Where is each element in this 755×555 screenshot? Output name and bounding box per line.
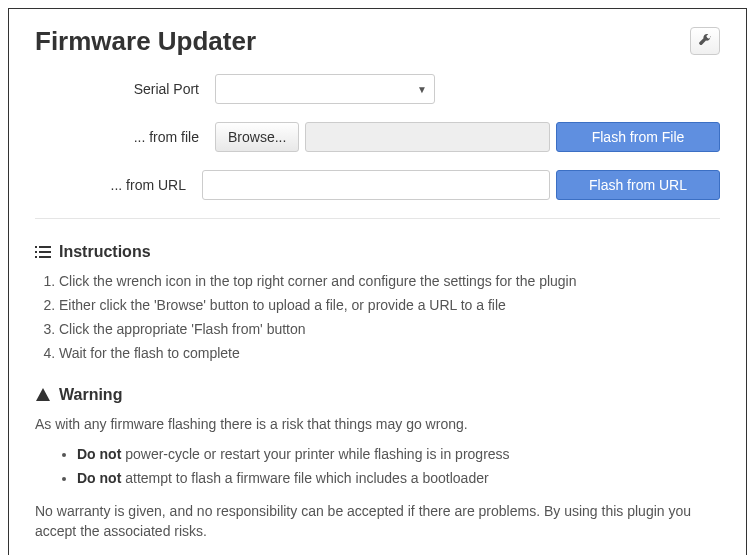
serial-port-row: Serial Port ▼ (35, 74, 720, 104)
warning-bold: Do not (77, 446, 121, 462)
svg-rect-4 (35, 256, 37, 258)
firmware-updater-panel: Firmware Updater Serial Port ▼ ... from … (8, 8, 747, 555)
instruction-item: Wait for the flash to complete (59, 343, 720, 363)
warning-intro: As with any firmware flashing there is a… (35, 414, 720, 434)
instruction-item: Click the wrench icon in the top right c… (59, 271, 720, 291)
instructions-heading: Instructions (35, 243, 720, 261)
flash-from-file-button[interactable]: Flash from File (556, 122, 720, 152)
url-input[interactable] (202, 170, 550, 200)
file-path-display (305, 122, 550, 152)
svg-rect-0 (35, 246, 37, 248)
from-url-label: ... from URL (35, 177, 202, 193)
svg-rect-3 (39, 251, 51, 253)
warning-bold: Do not (77, 470, 121, 486)
svg-rect-5 (39, 256, 51, 258)
warning-list: Do not power-cycle or restart your print… (35, 444, 720, 489)
header-row: Firmware Updater (35, 27, 720, 56)
from-file-row: ... from file Browse... Flash from File (35, 122, 720, 152)
instruction-item: Click the appropriate 'Flash from' butto… (59, 319, 720, 339)
warning-heading-text: Warning (59, 386, 122, 404)
divider (35, 218, 720, 219)
list-icon (35, 244, 51, 260)
instruction-item: Either click the 'Browse' button to uplo… (59, 295, 720, 315)
serial-port-label: Serial Port (35, 81, 215, 97)
instructions-heading-text: Instructions (59, 243, 151, 261)
warning-item: Do not power-cycle or restart your print… (77, 444, 720, 464)
svg-rect-1 (39, 246, 51, 248)
wrench-icon (698, 33, 712, 50)
flash-from-url-button[interactable]: Flash from URL (556, 170, 720, 200)
svg-rect-2 (35, 251, 37, 253)
browse-button[interactable]: Browse... (215, 122, 299, 152)
warning-rest: power-cycle or restart your printer whil… (121, 446, 509, 462)
warning-rest: attempt to flash a firmware file which i… (121, 470, 488, 486)
from-url-row: ... from URL Flash from URL (35, 170, 720, 200)
from-file-label: ... from file (35, 129, 215, 145)
warning-icon (35, 387, 51, 403)
warning-item: Do not attempt to flash a firmware file … (77, 468, 720, 488)
page-title: Firmware Updater (35, 27, 256, 56)
warning-heading: Warning (35, 386, 720, 404)
configure-button[interactable] (690, 27, 720, 55)
instructions-list: Click the wrench icon in the top right c… (35, 271, 720, 364)
warning-disclaimer: No warranty is given, and no responsibil… (35, 501, 720, 542)
serial-port-select[interactable] (215, 74, 435, 104)
